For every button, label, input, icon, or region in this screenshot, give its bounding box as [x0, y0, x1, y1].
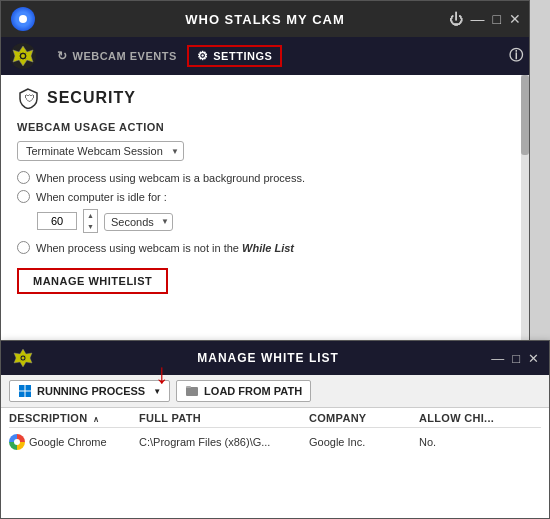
nav-settings-label: SETTINGS — [213, 50, 272, 62]
svg-point-3 — [21, 54, 25, 58]
shield-icon: 🛡 — [17, 87, 39, 109]
whitelist-maximize-button[interactable]: □ — [512, 351, 520, 366]
manage-whitelist-button[interactable]: MANAGE WHITELIST — [17, 268, 168, 294]
nav-webcam-events[interactable]: ↻ WEBCAM EVENTS — [47, 45, 187, 67]
cell-description: Google Chrome — [9, 434, 139, 450]
windows-icon — [18, 384, 32, 398]
svg-rect-12 — [26, 392, 32, 398]
whitelist-minimize-button[interactable]: — — [491, 351, 504, 366]
whitelist-close-button[interactable]: ✕ — [528, 351, 539, 366]
whitelist-title: MANAGE WHITE LIST — [45, 351, 491, 365]
radio-button-background[interactable] — [17, 171, 30, 184]
radio-option-background[interactable]: When process using webcam is a backgroun… — [17, 171, 513, 184]
time-unit-dropdown-wrapper[interactable]: Seconds — [104, 212, 173, 231]
action-dropdown[interactable]: Terminate Webcam Session — [17, 141, 184, 161]
col-header-company[interactable]: COMPANY — [309, 412, 419, 424]
idle-time-row: ▲ ▼ Seconds — [37, 209, 513, 233]
running-process-label: RUNNING PROCESS — [37, 385, 145, 397]
minimize-button[interactable]: — — [471, 11, 485, 27]
section-title: SECURITY — [47, 89, 136, 107]
svg-text:🛡: 🛡 — [25, 93, 35, 104]
cell-description-text: Google Chrome — [29, 436, 107, 448]
content-scrollbar[interactable] — [521, 75, 529, 371]
time-unit-dropdown[interactable]: Seconds — [104, 213, 173, 231]
idle-number-input[interactable] — [37, 212, 77, 230]
maximize-button[interactable]: □ — [493, 11, 501, 27]
radio-option-idle[interactable]: When computer is idle for : — [17, 190, 513, 203]
radio-button-idle[interactable] — [17, 190, 30, 203]
table-row[interactable]: Google Chrome C:\Program Files (x86)\G..… — [9, 431, 541, 453]
radio-label-whitelist: When process using webcam is not in the … — [36, 242, 294, 254]
action-dropdown-row: Terminate Webcam Session — [17, 141, 513, 161]
col-header-fullpath[interactable]: FULL PATH — [139, 412, 309, 424]
cell-fullpath: C:\Program Files (x86)\G... — [139, 436, 309, 448]
refresh-icon: ↻ — [57, 49, 68, 63]
sort-arrow-description: ∧ — [93, 415, 99, 424]
nav-info-button[interactable]: ⓘ — [509, 47, 523, 65]
cell-allow: No. — [419, 436, 499, 448]
red-arrow-indicator: ↓ — [155, 360, 169, 388]
content-area: 🛡 SECURITY WEBCAM USAGE ACTION Terminate… — [1, 75, 529, 371]
window-controls: ⏻ — □ ✕ — [449, 11, 521, 27]
spinner-down[interactable]: ▼ — [84, 221, 97, 232]
svg-rect-11 — [19, 392, 25, 398]
svg-rect-13 — [186, 387, 198, 396]
load-from-path-label: LOAD FROM PATH — [204, 385, 302, 397]
close-button[interactable]: ✕ — [509, 11, 521, 27]
whitelist-logo-icon — [11, 346, 35, 370]
section-header: 🛡 SECURITY — [17, 87, 513, 109]
folder-icon — [185, 384, 199, 398]
nav-bar: ↻ WEBCAM EVENTS ⚙ SETTINGS ⓘ — [1, 37, 529, 75]
scrollbar-thumb[interactable] — [521, 75, 529, 155]
radio-option-whitelist[interactable]: When process using webcam is not in the … — [17, 241, 513, 254]
settings-icon: ⚙ — [197, 49, 209, 63]
app-title: WHO STALKS MY CAM — [185, 12, 345, 27]
power-button[interactable]: ⏻ — [449, 11, 463, 27]
col-header-allow[interactable]: ALLOW CHI... — [419, 412, 499, 424]
svg-point-8 — [22, 357, 25, 360]
nav-webcam-events-label: WEBCAM EVENTS — [73, 50, 177, 62]
whitelist-title-bar: MANAGE WHITE LIST — □ ✕ — [1, 341, 549, 375]
radio-label-background: When process using webcam is a backgroun… — [36, 172, 305, 184]
whitelist-toolbar: RUNNING PROCESS ▼ LOAD FROM PATH — [1, 375, 549, 408]
number-spinner[interactable]: ▲ ▼ — [83, 209, 98, 233]
table-header: DESCRIPTION ∧ FULL PATH COMPANY ALLOW CH… — [9, 412, 541, 428]
radio-button-whitelist[interactable] — [17, 241, 30, 254]
title-bar: WHO STALKS MY CAM ⏻ — □ ✕ — [1, 1, 529, 37]
nav-logo-icon — [7, 40, 39, 72]
nav-settings[interactable]: ⚙ SETTINGS — [187, 45, 283, 67]
svg-rect-10 — [26, 385, 32, 391]
radio-label-idle: When computer is idle for : — [36, 191, 167, 203]
spinner-up[interactable]: ▲ — [84, 210, 97, 221]
app-logo — [11, 7, 35, 31]
whitelist-window-controls: — □ ✕ — [491, 351, 539, 366]
action-dropdown-wrapper[interactable]: Terminate Webcam Session — [17, 141, 184, 161]
col-header-description[interactable]: DESCRIPTION ∧ — [9, 412, 139, 424]
svg-rect-14 — [186, 386, 191, 388]
running-process-button[interactable]: RUNNING PROCESS ▼ — [9, 380, 170, 402]
svg-rect-9 — [19, 385, 25, 391]
chrome-icon — [9, 434, 25, 450]
subsection-title: WEBCAM USAGE ACTION — [17, 121, 513, 133]
whitelist-table: DESCRIPTION ∧ FULL PATH COMPANY ALLOW CH… — [1, 408, 549, 457]
main-window: WHO STALKS MY CAM ⏻ — □ ✕ ↻ WEBCAM EVENT… — [0, 0, 530, 370]
whitelist-window: MANAGE WHITE LIST — □ ✕ RUNNING PROCESS … — [0, 340, 550, 519]
cell-company: Google Inc. — [309, 436, 419, 448]
load-from-path-button[interactable]: LOAD FROM PATH — [176, 380, 311, 402]
